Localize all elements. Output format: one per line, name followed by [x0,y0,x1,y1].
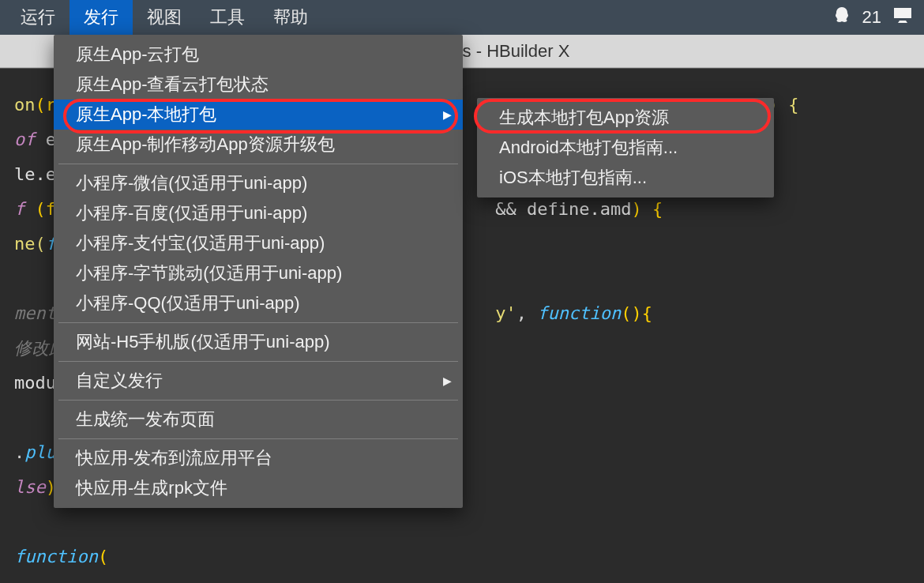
code-token: . [14,442,24,462]
code-token: modu [14,373,56,393]
menu-item-label: 原生App-本地打包 [76,103,216,126]
menu-item-label: 生成统一发布页面 [76,408,215,431]
menu-item-label: 原生App-云打包 [76,43,199,66]
mi-native-upgrade-pack[interactable]: 原生App-制作移动App资源升级包 [54,130,463,160]
submenu-arrow-icon: ▶ [443,108,452,121]
code-token: of [14,130,36,149]
menu-separator [58,438,458,439]
code-token: , [516,303,538,323]
menu-item-label: 快应用-发布到流应用平台 [76,446,272,470]
menu-item-label: 生成本地打包App资源 [499,106,669,130]
system-tray: 21 [832,0,913,35]
menu-run[interactable]: 运行 [6,0,69,35]
smi-ios-guide[interactable]: iOS本地打包指南... [477,163,774,193]
menu-item-label: 原生App-查看云打包状态 [76,73,269,96]
menu-separator [58,322,458,323]
menu-item-label: 小程序-支付宝(仅适用于uni-app) [76,231,325,255]
mi-quickapp-rpk[interactable]: 快应用-生成rpk文件 [54,473,463,503]
menu-tools[interactable]: 工具 [196,0,259,35]
menu-item-label: 小程序-QQ(仅适用于uni-app) [76,292,300,315]
code-token: f [14,199,36,219]
code-token: le.e [14,164,56,184]
app-menubar: 运行 发行 视图 工具 帮助 21 [0,0,924,35]
menu-separator [58,164,458,164]
monitor-icon[interactable] [892,6,913,28]
code-token: && define.amd [495,199,631,219]
submenu-arrow-icon: ▶ [443,374,452,387]
mi-mp-baidu[interactable]: 小程序-百度(仅适用于uni-app) [54,198,463,228]
code-token: ( [98,547,108,566]
code-token: on [14,95,36,115]
menu-item-label: 小程序-字节跳动(仅适用于uni-app) [76,261,342,285]
menu-help[interactable]: 帮助 [259,0,322,35]
smi-android-guide[interactable]: Android本地打包指南... [477,133,774,163]
tray-count: 21 [862,7,881,28]
code-token: ) { [631,199,663,219]
publish-dropdown-menu: 原生App-云打包 原生App-查看云打包状态 原生App-本地打包 ▶ 原生A… [54,35,463,508]
qq-icon[interactable] [832,6,851,29]
mi-custom-publish[interactable]: 自定义发行 ▶ [54,366,463,396]
local-package-submenu: 生成本地打包App资源 Android本地打包指南... iOS本地打包指南..… [477,98,774,197]
code-token: lse [14,477,46,497]
mi-quickapp-publish[interactable]: 快应用-发布到流应用平台 [54,443,463,473]
code-token: plu [24,442,56,462]
menu-item-label: 小程序-微信(仅适用于uni-app) [76,171,307,195]
menu-publish[interactable]: 发行 [69,0,133,35]
menu-item-label: 小程序-百度(仅适用于uni-app) [76,201,307,225]
mi-native-check-status[interactable]: 原生App-查看云打包状态 [54,70,463,100]
mi-unified-page[interactable]: 生成统一发布页面 [54,404,463,434]
code-token: (){ [621,303,652,323]
mi-native-local-package[interactable]: 原生App-本地打包 ▶ [54,100,463,130]
mi-mp-alipay[interactable]: 小程序-支付宝(仅适用于uni-app) [54,228,463,258]
mi-mp-wechat[interactable]: 小程序-微信(仅适用于uni-app) [54,168,463,198]
mi-native-cloud-package[interactable]: 原生App-云打包 [54,39,463,70]
menu-item-label: 快应用-生成rpk文件 [76,476,227,500]
code-token: function [14,547,98,566]
menu-item-label: iOS本地打包指南... [499,166,647,190]
menu-item-label: 原生App-制作移动App资源升级包 [76,133,335,156]
menu-item-label: 网站-H5手机版(仅适用于uni-app) [76,330,330,354]
menu-separator [58,400,458,401]
mi-mp-qq[interactable]: 小程序-QQ(仅适用于uni-app) [54,288,463,318]
menu-view[interactable]: 视图 [133,0,196,35]
mi-h5-mobile[interactable]: 网站-H5手机版(仅适用于uni-app) [54,327,463,357]
code-token: ment [14,303,56,323]
code-token: y' [495,303,516,323]
menu-separator [58,361,458,362]
code-token: ne( [14,234,46,254]
smi-generate-local-res[interactable]: 生成本地打包App资源 [477,103,774,133]
code-token: function [537,303,621,323]
menu-item-label: 自定义发行 [76,369,163,393]
mi-mp-toutiao[interactable]: 小程序-字节跳动(仅适用于uni-app) [54,258,463,288]
menu-item-label: Android本地打包指南... [499,136,678,160]
